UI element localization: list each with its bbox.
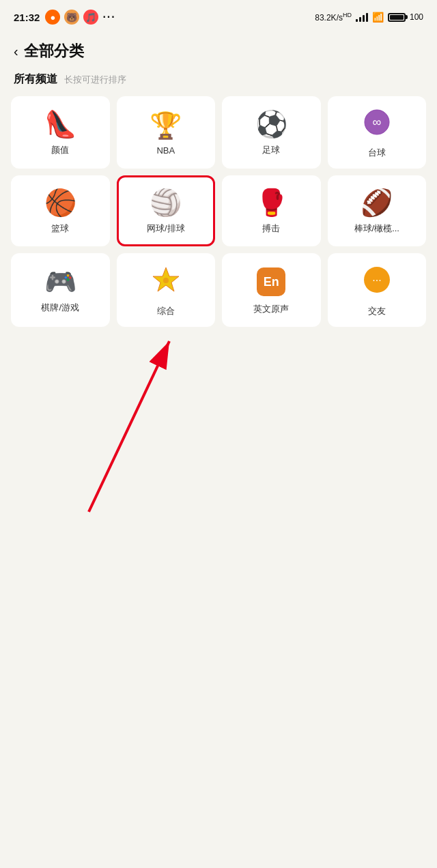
more-dots: ··· xyxy=(102,11,115,23)
section-header: 所有频道 长按可进行排序 xyxy=(0,72,437,96)
app-icon-2: 🐻 xyxy=(64,10,79,25)
svg-line-8 xyxy=(89,341,169,512)
page-header: ‹ 全部分类 xyxy=(0,34,437,72)
taiQiu-label: 台球 xyxy=(368,147,386,159)
grid-item-jiaoYou[interactable]: ···交友 xyxy=(328,253,427,327)
page-title: 全部分类 xyxy=(24,41,84,61)
yingWen-label: 英文原声 xyxy=(253,303,289,315)
zongHe-icon xyxy=(152,265,180,298)
wifi-icon: 📶 xyxy=(372,12,384,23)
jiaoYou-label: 交友 xyxy=(368,305,386,317)
battery-icon xyxy=(388,13,406,22)
back-arrow-icon: ‹ xyxy=(14,44,18,59)
wangQiu-icon: 🏐 xyxy=(150,190,182,216)
grid-item-qiPai[interactable]: 🎮棋牌/游戏 xyxy=(11,253,110,327)
boJi-icon: 🥊 xyxy=(255,190,287,216)
app-icon-1: ● xyxy=(45,10,60,25)
section-title: 所有频道 xyxy=(14,72,57,87)
grid-item-lanQiu[interactable]: 🏀篮球 xyxy=(11,175,110,246)
grid-item-bangQiu[interactable]: 🏈棒球/橄榄... xyxy=(328,175,427,246)
grid-item-yanZhi[interactable]: 👠颜值 xyxy=(11,96,110,169)
taiQiu-icon: ∞ xyxy=(363,108,391,140)
qiPai-label: 棋牌/游戏 xyxy=(41,302,79,314)
svg-point-4 xyxy=(163,278,169,283)
bangQiu-icon: 🏈 xyxy=(361,190,393,216)
grid-item-zongHe[interactable]: 综合 xyxy=(117,253,216,327)
zongHe-label: 综合 xyxy=(157,305,175,317)
yanZhi-label: 颜值 xyxy=(51,144,69,156)
network-speed: 83.2K/sHD xyxy=(315,12,352,23)
jiaoYou-icon: ··· xyxy=(363,265,391,298)
grid-item-wangQiu[interactable]: 🏐网球/排球 xyxy=(117,175,216,246)
grid-item-boJi[interactable]: 🥊搏击 xyxy=(222,175,321,246)
nba-label: NBA xyxy=(156,145,175,156)
category-grid: 👠颜值🏆NBA⚽足球∞台球🏀篮球🏐网球/排球🥊搏击🏈棒球/橄榄...🎮棋牌/游戏… xyxy=(0,96,437,327)
app-icon-3: 🎵 xyxy=(83,10,98,25)
time-display: 21:32 xyxy=(14,12,40,23)
wangQiu-label: 网球/排球 xyxy=(147,222,185,235)
grid-item-nba[interactable]: 🏆NBA xyxy=(117,96,216,169)
back-button[interactable]: ‹ 全部分类 xyxy=(14,41,84,61)
zuQiu-icon: ⚽ xyxy=(255,111,287,137)
zuQiu-label: 足球 xyxy=(262,144,280,156)
svg-text:∞: ∞ xyxy=(372,115,381,129)
qiPai-icon: 🎮 xyxy=(44,269,76,295)
bangQiu-label: 棒球/橄榄... xyxy=(354,222,399,235)
lanQiu-label: 篮球 xyxy=(51,222,69,235)
signal-icon xyxy=(356,12,368,22)
grid-item-taiQiu[interactable]: ∞台球 xyxy=(328,96,427,169)
svg-text:···: ··· xyxy=(372,274,381,286)
yanZhi-icon: 👠 xyxy=(44,111,76,137)
lanQiu-icon: 🏀 xyxy=(44,190,76,216)
battery-percent: 100 xyxy=(410,12,423,22)
boJi-label: 搏击 xyxy=(262,222,280,235)
section-hint: 长按可进行排序 xyxy=(64,74,126,86)
grid-item-zuQiu[interactable]: ⚽足球 xyxy=(222,96,321,169)
grid-item-yingWen[interactable]: En英文原声 xyxy=(222,253,321,327)
yingWen-icon: En xyxy=(257,267,285,296)
status-bar: 21:32 ● 🐻 🎵 ··· 83.2K/sHD 📶 100 xyxy=(0,0,437,34)
nba-icon: 🏆 xyxy=(150,113,182,139)
